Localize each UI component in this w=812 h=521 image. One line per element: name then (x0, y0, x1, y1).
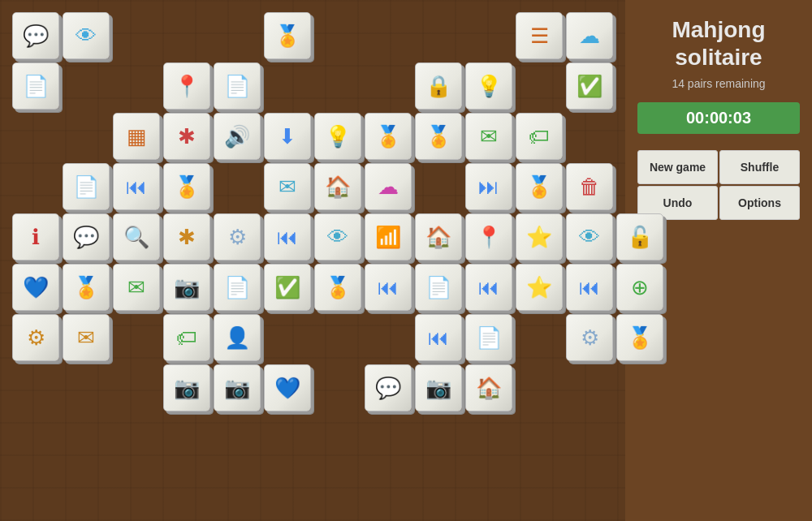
tile[interactable]: ⭐ (516, 213, 563, 260)
tile[interactable]: 📶 (365, 213, 412, 260)
tile[interactable]: 👁 (63, 12, 110, 59)
tile[interactable]: 📄 (12, 62, 59, 110)
tile[interactable]: ✅ (264, 264, 311, 311)
tile[interactable]: ⭐ (516, 264, 563, 311)
tile[interactable]: 📄 (214, 264, 261, 311)
tile[interactable]: 🏷 (516, 113, 563, 160)
tile[interactable]: 📄 (63, 163, 110, 210)
tile[interactable]: ⚙ (12, 314, 59, 361)
tiles-container: 💬👁🏅☰☁📄📍📄🔒💡✅▦✱🔊⬇💡🏅🏅✉🏷📄⏮🏅✉🏠☁⏭🏅🗑ℹ💬🔍✱⚙⏮👁📶🏠📍⭐… (8, 8, 601, 511)
tile[interactable]: ⏮ (566, 264, 613, 311)
tile[interactable]: 👁 (566, 213, 613, 260)
tile[interactable]: 🏅 (415, 113, 462, 160)
tile[interactable]: ⚙ (214, 213, 261, 260)
tile[interactable]: 🏠 (415, 213, 462, 260)
tile[interactable]: 💡 (314, 113, 361, 160)
tile[interactable]: 🏅 (365, 113, 412, 160)
new-game-button[interactable]: New game (637, 150, 718, 184)
tile[interactable]: 👁 (314, 213, 361, 260)
tile[interactable]: 🔍 (113, 213, 160, 260)
tile[interactable]: ⊕ (616, 264, 663, 311)
tile[interactable]: 🔊 (214, 113, 261, 160)
tile[interactable]: 💬 (12, 12, 59, 59)
tile[interactable]: 🏅 (616, 314, 663, 361)
tile[interactable]: 🏷 (163, 314, 210, 361)
options-button[interactable]: Options (719, 186, 800, 220)
tile[interactable]: 🏅 (63, 264, 110, 311)
tile[interactable]: 🔒 (415, 62, 462, 110)
tile[interactable]: ✉ (264, 163, 311, 210)
pairs-remaining: 14 pairs remaining (672, 77, 765, 90)
tile[interactable]: ⬇ (264, 113, 311, 160)
tile[interactable]: 💙 (12, 264, 59, 311)
tile[interactable]: ⏮ (465, 264, 512, 311)
tile[interactable]: ☁ (566, 12, 613, 59)
tile[interactable]: 👤 (214, 314, 261, 361)
tile[interactable]: 📄 (415, 264, 462, 311)
tile[interactable]: 📷 (163, 264, 210, 311)
tile[interactable]: 📷 (214, 364, 261, 411)
tile[interactable]: 🔓 (616, 213, 663, 260)
game-title: Mahjong solitaire (672, 16, 765, 71)
tile[interactable]: ☁ (365, 163, 412, 210)
tile[interactable]: 💬 (63, 213, 110, 260)
tile[interactable]: 📷 (415, 364, 462, 411)
tile[interactable]: 💡 (465, 62, 512, 110)
tile[interactable]: 🏅 (516, 163, 563, 210)
tile[interactable]: 📍 (163, 62, 210, 110)
tile[interactable]: ✉ (113, 264, 160, 311)
tile[interactable]: 📄 (214, 62, 261, 110)
tile[interactable]: ⚙ (566, 314, 613, 361)
tile[interactable]: ✉ (63, 314, 110, 361)
tile[interactable]: ⏭ (465, 163, 512, 210)
tile[interactable]: ✱ (163, 113, 210, 160)
tile[interactable]: 🏅 (314, 264, 361, 311)
tile[interactable]: ▦ (113, 113, 160, 160)
timer: 00:00:03 (637, 102, 800, 134)
buttons-grid: New game Shuffle Undo Options (637, 150, 800, 220)
tile[interactable]: 🏅 (264, 12, 311, 59)
sidebar: Mahjong solitaire 14 pairs remaining 00:… (625, 0, 812, 521)
shuffle-button[interactable]: Shuffle (719, 150, 800, 184)
tile[interactable]: ⏮ (113, 163, 160, 210)
tile[interactable]: ⏮ (415, 314, 462, 361)
tile[interactable]: ✱ (163, 213, 210, 260)
tile[interactable]: ✉ (465, 113, 512, 160)
tile[interactable]: 📄 (465, 314, 512, 361)
tile[interactable]: 💙 (264, 364, 311, 411)
tile[interactable]: ⏮ (264, 213, 311, 260)
tile[interactable]: 📷 (163, 364, 210, 411)
tile[interactable]: 📍 (465, 213, 512, 260)
tile[interactable]: 💬 (365, 364, 412, 411)
tile[interactable]: 🏅 (163, 163, 210, 210)
tile[interactable]: ℹ (12, 213, 59, 260)
tile[interactable]: 🗑 (566, 163, 613, 210)
tile[interactable]: ✅ (566, 62, 613, 110)
tile[interactable]: ☰ (516, 12, 563, 59)
game-area: 💬👁🏅☰☁📄📍📄🔒💡✅▦✱🔊⬇💡🏅🏅✉🏷📄⏮🏅✉🏠☁⏭🏅🗑ℹ💬🔍✱⚙⏮👁📶🏠📍⭐… (0, 0, 625, 521)
tile[interactable]: 🏠 (465, 364, 512, 411)
tile[interactable]: ⏮ (365, 264, 412, 311)
tile[interactable]: 🏠 (314, 163, 361, 210)
